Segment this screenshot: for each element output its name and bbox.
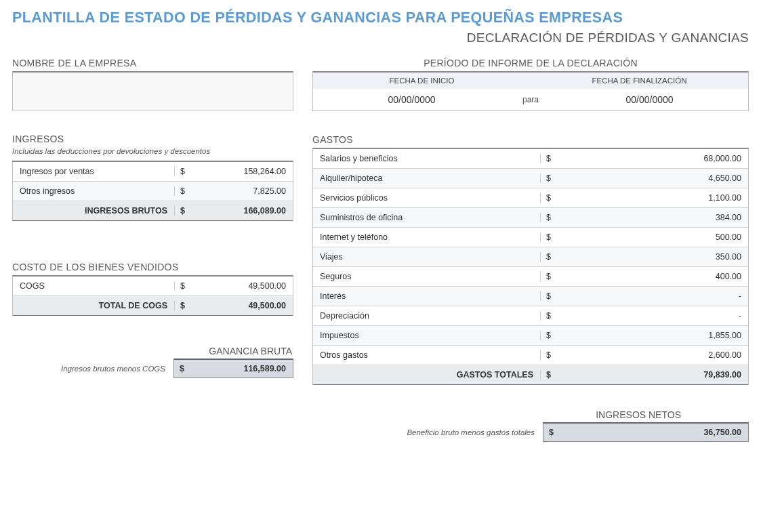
row-value: 4,650.00 [559, 169, 748, 187]
table-row: Seguros$400.00 [313, 267, 748, 287]
row-label: Viajes [313, 248, 540, 266]
table-row: Salarios y beneficios$68,000.00 [313, 149, 748, 169]
cogs-total-row: TOTAL DE COGS $ 49,500.00 [13, 296, 293, 316]
currency: $ [540, 154, 559, 163]
row-label: Ingresos por ventas [13, 163, 174, 180]
gastos-label: GASTOS [312, 134, 749, 145]
period-separator: para [510, 95, 551, 104]
netos-label: INGRESOS NETOS [312, 409, 749, 420]
row-value: 49,500.00 [190, 277, 293, 295]
total-value: 166,089.00 [190, 202, 293, 220]
currency: $ [540, 252, 559, 262]
currency: $ [540, 311, 559, 321]
company-input[interactable] [12, 71, 293, 110]
row-value: 68,000.00 [559, 150, 748, 167]
currency: $ [540, 193, 559, 203]
row-value: - [559, 287, 748, 305]
row-value: 1,855.00 [559, 327, 748, 344]
period-label: PERÍODO DE INFORME DE LA DECLARACIÓN [312, 58, 749, 68]
row-label: COGS [13, 277, 174, 295]
row-label: Internet y teléfono [313, 228, 540, 246]
currency: $ [540, 291, 559, 301]
total-value: 79,839.00 [559, 366, 748, 384]
currency: $ [174, 206, 190, 216]
netos-box: $ 36,750.00 [543, 422, 749, 442]
ganancia-bruta-value: 116,589.00 [190, 364, 293, 373]
row-label: Servicios públicos [313, 189, 540, 207]
currency: $ [540, 173, 559, 183]
total-label: TOTAL DE COGS [13, 297, 174, 314]
row-label: Salarios y beneficios [313, 150, 540, 167]
period-box: FECHA DE INICIO FECHA DE FINALIZACIÓN 00… [312, 71, 749, 111]
table-row: Otros gastos$2,600.00 [313, 346, 748, 365]
currency: $ [540, 331, 559, 340]
table-row: Interés$- [313, 287, 748, 306]
table-row: COGS $ 49,500.00 [13, 277, 293, 296]
table-row: Servicios públicos$1,100.00 [313, 188, 748, 208]
table-row: Ingresos por ventas $ 158,264.00 [13, 162, 293, 182]
table-row: Alquiler/hipoteca$4,650.00 [313, 169, 748, 188]
currency: $ [174, 301, 190, 310]
period-end-label: FECHA DE FINALIZACIÓN [531, 73, 748, 89]
cogs-table: COGS $ 49,500.00 TOTAL DE COGS $ 49,500.… [12, 275, 293, 316]
row-value: 7,825.00 [190, 182, 293, 200]
total-label: GASTOS TOTALES [313, 366, 540, 384]
row-value: 2,600.00 [559, 346, 748, 364]
row-value: 400.00 [559, 268, 748, 285]
row-value: 158,264.00 [190, 163, 293, 180]
ingresos-table: Ingresos por ventas $ 158,264.00 Otros i… [12, 161, 293, 221]
row-label: Alquiler/hipoteca [313, 169, 540, 187]
ganancia-bruta-note: Ingresos brutos menos COGS [12, 365, 173, 373]
ganancia-bruta-label: GANANCIA BRUTA [12, 346, 293, 356]
currency: $ [540, 272, 559, 281]
netos-note: Beneficio bruto menos gastos totales [407, 428, 543, 436]
row-label: Impuestos [313, 327, 540, 344]
cogs-label: COSTO DE LOS BIENES VENDIDOS [12, 262, 293, 272]
currency: $ [174, 186, 190, 196]
ingresos-total-row: INGRESOS BRUTOS $ 166,089.00 [13, 201, 293, 221]
ingresos-note: Incluidas las deducciones por devolucion… [12, 147, 293, 155]
row-value: - [559, 307, 748, 325]
ingresos-label: INGRESOS [12, 134, 293, 144]
period-start-label: FECHA DE INICIO [313, 73, 531, 89]
period-start-input[interactable]: 00/00/0000 [313, 94, 510, 105]
table-row: Suministros de oficina$384.00 [313, 208, 748, 228]
currency: $ [540, 370, 559, 380]
currency: $ [174, 364, 190, 373]
row-label: Suministros de oficina [313, 209, 540, 226]
currency: $ [540, 232, 559, 242]
row-label: Seguros [313, 268, 540, 285]
row-label: Depreciación [313, 307, 540, 325]
row-value: 350.00 [559, 248, 748, 266]
table-row: Viajes$350.00 [313, 247, 748, 267]
table-row: Otros ingresos $ 7,825.00 [13, 182, 293, 201]
table-row: Depreciación$- [313, 306, 748, 326]
currency: $ [543, 428, 560, 437]
currency: $ [174, 167, 190, 176]
row-label: Interés [313, 287, 540, 305]
page-subtitle: DECLARACIÓN DE PÉRDIDAS Y GANANCIAS [12, 30, 749, 45]
ganancia-bruta-box: $ 116,589.00 [173, 359, 293, 378]
row-label: Otros ingresos [13, 182, 174, 200]
page-title: PLANTILLA DE ESTADO DE PÉRDIDAS Y GANANC… [12, 9, 749, 26]
table-row: Impuestos$1,855.00 [313, 326, 748, 346]
total-value: 49,500.00 [190, 297, 293, 314]
gastos-total-row: GASTOS TOTALES $ 79,839.00 [313, 365, 748, 385]
table-row: Internet y teléfono$500.00 [313, 228, 748, 247]
gastos-table: Salarios y beneficios$68,000.00 Alquiler… [312, 148, 749, 385]
currency: $ [174, 281, 190, 291]
period-end-input[interactable]: 00/00/0000 [551, 94, 748, 105]
company-label: NOMBRE DE LA EMPRESA [12, 58, 293, 68]
row-value: 1,100.00 [559, 189, 748, 207]
row-value: 500.00 [559, 228, 748, 246]
currency: $ [540, 350, 559, 360]
total-label: INGRESOS BRUTOS [13, 202, 174, 220]
currency: $ [540, 213, 559, 222]
netos-value: 36,750.00 [560, 428, 748, 437]
row-value: 384.00 [559, 209, 748, 226]
row-label: Otros gastos [313, 346, 540, 364]
